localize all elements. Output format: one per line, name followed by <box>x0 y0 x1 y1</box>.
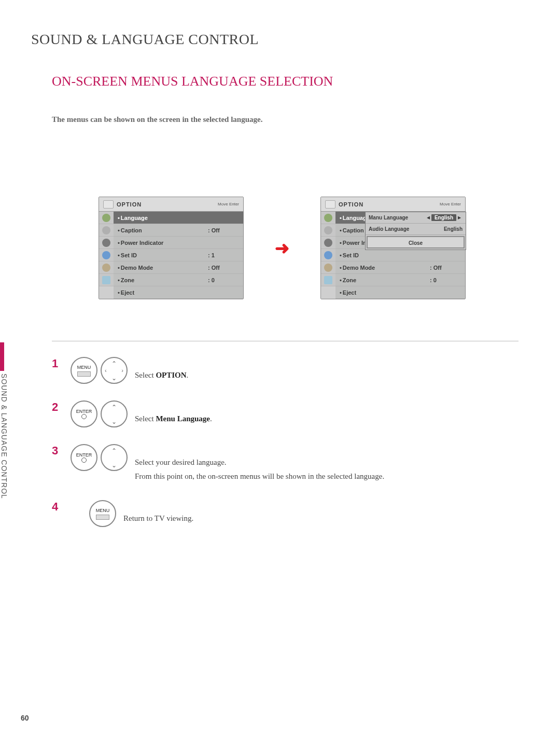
osd-panel-right: OPTION Move Enter Language Caption Power… <box>320 197 466 299</box>
popup-close-button[interactable]: Close <box>367 236 465 248</box>
osd-nav-hint: Move Enter <box>440 202 461 206</box>
remote-enter-button: ENTER <box>71 444 97 471</box>
step-4: 4 MENU Return to TV viewing. <box>52 500 519 527</box>
osd-row-eject[interactable]: Eject <box>114 286 243 299</box>
arrow-right-icon[interactable]: ▶ <box>456 215 463 220</box>
intro-text: The menus can be shown on the screen in … <box>52 115 519 124</box>
osd-row-demo-mode[interactable]: Demo Mode: Off <box>114 261 243 274</box>
side-tab: SOUND & LANGUAGE CONTROL <box>0 342 17 540</box>
remote-updown-icon <box>101 444 128 471</box>
section-heading: ON-SCREEN MENUS LANGUAGE SELECTION <box>52 74 519 89</box>
osd-row-set-id[interactable]: Set ID: 1 <box>114 249 243 261</box>
page-title: SOUND & LANGUAGE CONTROL <box>31 31 519 48</box>
remote-menu-button: MENU <box>89 500 116 527</box>
step-1: 1 MENU ‹› Select OPTION. <box>52 357 519 384</box>
step-text: Return to TV viewing. <box>123 500 193 525</box>
popup-row-audio-language[interactable]: Audio Language English <box>366 224 466 235</box>
step-text: Select OPTION. <box>135 357 188 382</box>
step-number: 4 <box>52 500 63 514</box>
osd-row-caption[interactable]: Caption: Off <box>114 224 243 237</box>
osd-row-set-id[interactable]: Set ID <box>335 249 465 261</box>
step-number: 1 <box>52 357 63 370</box>
step-text: Select your desired language. From this … <box>135 444 384 483</box>
remote-enter-button: ENTER <box>71 400 97 427</box>
osd-row-zone[interactable]: Zone: 0 <box>114 274 243 286</box>
osd-nav-hint: Move Enter <box>218 202 239 206</box>
language-popup: Manu Language ◀ English ▶ Audio Language… <box>365 212 466 250</box>
arrow-right-icon: ➜ <box>275 238 289 258</box>
osd-row-power-indicator[interactable]: Power Indicator <box>114 237 243 249</box>
remote-menu-button: MENU <box>71 357 97 384</box>
page-number: 60 <box>21 714 29 722</box>
osd-icon-column <box>321 212 335 299</box>
osd-title: OPTION <box>117 201 218 208</box>
step-text: Select Menu Language. <box>135 400 212 426</box>
side-tab-label: SOUND & LANGUAGE CONTROL <box>0 374 8 499</box>
remote-dpad-icon: ‹› <box>101 357 128 384</box>
arrow-left-icon[interactable]: ◀ <box>425 215 431 220</box>
osd-icon-column <box>99 212 114 299</box>
osd-header-icon <box>103 200 114 209</box>
step-number: 2 <box>52 400 63 414</box>
osd-row-eject[interactable]: Eject <box>335 286 465 299</box>
divider <box>52 341 519 341</box>
osd-row-zone[interactable]: Zone: 0 <box>335 274 465 286</box>
step-3: 3 ENTER Select your desired language. Fr… <box>52 444 519 483</box>
osd-panel-left: OPTION Move Enter Language Caption: Off … <box>99 197 244 299</box>
osd-row-language[interactable]: Language <box>114 212 243 224</box>
step-number: 3 <box>52 444 63 458</box>
remote-updown-icon <box>101 400 128 427</box>
popup-row-menu-language[interactable]: Manu Language ◀ English ▶ <box>366 212 466 224</box>
osd-title: OPTION <box>339 201 440 208</box>
step-2: 2 ENTER Select Menu Language. <box>52 400 519 427</box>
osd-row-demo-mode[interactable]: Demo Mode: Off <box>335 261 465 274</box>
osd-header-icon <box>325 200 335 209</box>
